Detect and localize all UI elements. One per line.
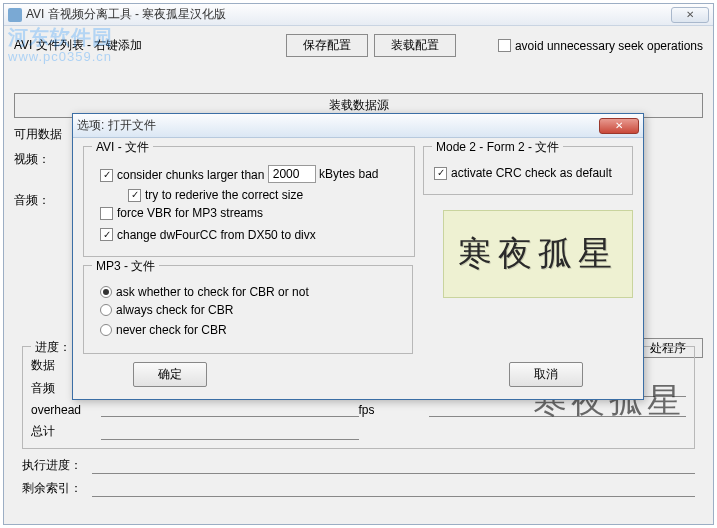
mp3-opt1-label: ask whether to check for CBR or not	[116, 285, 309, 299]
checkbox-box	[434, 167, 447, 180]
dialog-titlebar: 选项: 打开文件 ✕	[73, 114, 643, 138]
filelist-label: AVI 文件列表 - 右键添加	[14, 37, 280, 54]
mp3-group: MP3 - 文件 ask whether to check for CBR or…	[83, 265, 413, 354]
remain-index-label: 剩余索引：	[22, 480, 92, 497]
mp3-radio-never[interactable]: never check for CBR	[100, 323, 227, 337]
crc-checkbox[interactable]: activate CRC check as default	[434, 166, 612, 180]
checkbox-box	[100, 207, 113, 220]
audio-label: 音频：	[14, 192, 50, 209]
avoid-seek-checkbox[interactable]: avoid unnecessary seek operations	[498, 39, 703, 53]
overhead-value	[101, 403, 359, 417]
mp3-radio-ask[interactable]: ask whether to check for CBR or not	[100, 285, 309, 299]
app-icon	[8, 8, 22, 22]
avi-group-legend: AVI - 文件	[92, 139, 153, 156]
checkbox-box	[100, 169, 113, 182]
radio-dot	[100, 324, 112, 336]
rederive-label: try to rederive the correct size	[145, 188, 303, 202]
radio-dot	[100, 304, 112, 316]
mp3-radio-always[interactable]: always check for CBR	[100, 303, 233, 317]
crc-label: activate CRC check as default	[451, 166, 612, 180]
avi-file-group: AVI - 文件 consider chunks larger than kBy…	[83, 146, 415, 257]
remain-index-value	[92, 480, 695, 497]
exec-progress-value	[92, 457, 695, 474]
dialog-body: AVI - 文件 consider chunks larger than kBy…	[73, 138, 643, 399]
save-config-button[interactable]: 保存配置	[286, 34, 368, 57]
force-vbr-checkbox[interactable]: force VBR for MP3 streams	[100, 206, 263, 220]
main-titlebar: AVI 音视频分离工具 - 寒夜孤星汉化版 ✕	[4, 4, 713, 26]
checkbox-box	[498, 39, 511, 52]
progress-legend: 进度：	[31, 339, 75, 356]
checkbox-box	[100, 228, 113, 241]
load-config-button[interactable]: 装载配置	[374, 34, 456, 57]
force-vbr-label: force VBR for MP3 streams	[117, 206, 263, 220]
chunks-checkbox[interactable]: consider chunks larger than	[100, 168, 264, 182]
chunks-prefix: consider chunks larger than	[117, 168, 264, 182]
total-label: 总计	[31, 423, 101, 440]
dialog-title: 选项: 打开文件	[77, 117, 599, 134]
exec-progress-label: 执行进度：	[22, 457, 92, 474]
video-label: 视频：	[14, 151, 50, 168]
chunks-kbytes-input[interactable]	[268, 165, 316, 183]
mode2-legend: Mode 2 - Form 2 - 文件	[432, 139, 563, 156]
ok-button[interactable]: 确定	[133, 362, 207, 387]
cancel-button[interactable]: 取消	[509, 362, 583, 387]
checkbox-box	[128, 189, 141, 202]
total-value	[101, 423, 359, 440]
calligraphy-image: 寒夜孤星	[443, 210, 633, 298]
available-data-label: 可用数据	[14, 126, 62, 143]
rederive-checkbox[interactable]: try to rederive the correct size	[128, 188, 303, 202]
radio-dot	[100, 286, 112, 298]
mode2-group: Mode 2 - Form 2 - 文件 activate CRC check …	[423, 146, 633, 195]
fps-label: fps	[359, 403, 429, 417]
mp3-opt2-label: always check for CBR	[116, 303, 233, 317]
dialog-close-button[interactable]: ✕	[599, 118, 639, 134]
mp3-opt3-label: never check for CBR	[116, 323, 227, 337]
main-close-button[interactable]: ✕	[671, 7, 709, 23]
chunks-suffix: kBytes bad	[319, 167, 378, 181]
window-title: AVI 音视频分离工具 - 寒夜孤星汉化版	[26, 6, 671, 23]
dwfourcc-checkbox[interactable]: change dwFourCC from DX50 to divx	[100, 228, 316, 242]
dwfourcc-label: change dwFourCC from DX50 to divx	[117, 228, 316, 242]
avoid-seek-label: avoid unnecessary seek operations	[515, 39, 703, 53]
overhead-label: overhead	[31, 403, 101, 417]
options-dialog: 选项: 打开文件 ✕ AVI - 文件 consider chunks larg…	[72, 113, 644, 400]
mp3-legend: MP3 - 文件	[92, 258, 159, 275]
